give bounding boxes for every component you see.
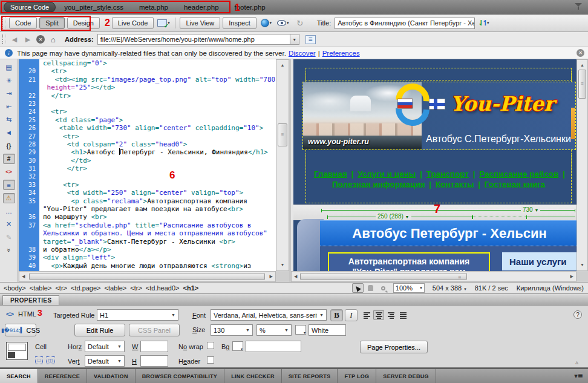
results-tab-reference[interactable]: REFERENCE: [38, 369, 87, 383]
h-input[interactable]: [140, 355, 168, 367]
scroll-left-icon[interactable]: ◀: [294, 272, 297, 281]
file-tab[interactable]: you_piter_style.css: [64, 4, 123, 11]
tag-selector-item[interactable]: <td.page>: [71, 284, 101, 292]
results-tab-link-checker[interactable]: LINK CHECKER: [224, 369, 282, 383]
expand-all-icon[interactable]: ⇆: [3, 114, 15, 125]
html-mode-button[interactable]: HTML: [18, 310, 36, 318]
header-checkbox[interactable]: [207, 356, 214, 364]
line-numbers-icon[interactable]: #: [3, 154, 15, 164]
view-options-icon[interactable]: ≣: [305, 35, 316, 44]
design-heading-bar[interactable]: Автобус Петербург - Хельсин: [320, 220, 577, 246]
design-view[interactable]: You-Piter Автобус С.Петербург-Хельсинки …: [291, 59, 577, 271]
home-icon[interactable]: ⌂: [48, 34, 59, 44]
word-wrap-icon[interactable]: ≡: [3, 180, 15, 190]
bg-color-swatch[interactable]: [232, 341, 243, 351]
results-tab-ftp-log[interactable]: FTP LOG: [338, 369, 376, 383]
scroll-up-icon[interactable]: ▲: [577, 61, 587, 70]
design-horizontal-scrollbar[interactable]: ◀ ≡ ▶: [291, 271, 577, 282]
refresh-design-view-icon[interactable]: ↻: [293, 17, 307, 29]
column-width-label[interactable]: 250 (288) ▼: [376, 213, 411, 220]
menu-link[interactable]: Контакты: [436, 180, 474, 189]
align-justify-button[interactable]: [397, 310, 408, 320]
stop-icon[interactable]: ✕: [36, 35, 45, 44]
recent-snippets-icon[interactable]: »: [4, 244, 14, 257]
targeted-rule-select[interactable]: H1▼: [97, 309, 178, 321]
properties-tab[interactable]: PROPERTIES: [2, 295, 59, 305]
code-navigator-icon[interactable]: ✳: [3, 76, 15, 86]
page-properties-button[interactable]: Page Properties...: [360, 341, 428, 353]
tag-selector-item[interactable]: <h1>: [183, 284, 199, 292]
scroll-up-icon[interactable]: ▲: [276, 61, 289, 70]
menu-link[interactable]: Главная: [314, 169, 347, 178]
collapse-full-tag-icon[interactable]: ⇥: [3, 88, 15, 99]
scroll-down-icon[interactable]: ▼: [577, 261, 587, 269]
bold-button[interactable]: B: [330, 309, 343, 321]
panel-menu-icon[interactable]: ▾≣: [574, 369, 588, 383]
filter-related-files-icon[interactable]: [573, 3, 583, 11]
view-button-split[interactable]: Split: [39, 17, 64, 29]
results-tab-site-reports[interactable]: SITE REPORTS: [282, 369, 338, 383]
code-vertical-scrollbar[interactable]: ▲ ≡ ▼: [276, 59, 289, 271]
window-size-select[interactable]: 504 x 388 ▾: [433, 284, 466, 292]
italic-button[interactable]: I: [345, 309, 358, 321]
size-unit-select[interactable]: %▼: [256, 324, 292, 336]
scroll-left-icon[interactable]: ◀: [22, 272, 25, 281]
tag-selector-item[interactable]: <body>: [4, 284, 26, 292]
css-panel-button[interactable]: CSS Panel: [129, 324, 180, 336]
code-horizontal-scrollbar[interactable]: ◀ ▶: [19, 271, 276, 282]
live-code-button[interactable]: Live Code: [112, 17, 154, 29]
merge-cells-icon[interactable]: □: [35, 356, 43, 364]
align-left-button[interactable]: [361, 310, 372, 320]
back-icon[interactable]: ◀: [9, 34, 20, 44]
check-browser-compatibility-icon[interactable]: ▾: [156, 17, 171, 29]
inspect-button[interactable]: Inspect: [223, 17, 256, 29]
select-tool-icon[interactable]: [352, 283, 364, 293]
tag-selector-item[interactable]: <tr>: [130, 284, 142, 292]
results-tab-browser-compatibility[interactable]: BROWSER COMPATIBILITY: [136, 369, 224, 383]
menu-link[interactable]: Услуги и цены: [358, 169, 416, 178]
align-right-button[interactable]: [385, 310, 396, 320]
results-tab-validation[interactable]: VALIDATION: [87, 369, 136, 383]
open-documents-icon[interactable]: ▤: [3, 62, 15, 73]
discover-link[interactable]: Discover: [289, 50, 316, 57]
font-select[interactable]: Verdana, Arial, Helvetica, sans-serif▼: [211, 309, 327, 321]
zoom-tool-icon[interactable]: [377, 283, 389, 293]
view-button-design[interactable]: Design: [67, 17, 100, 29]
menu-link[interactable]: Транспорт: [426, 169, 469, 178]
results-tab-server-debug[interactable]: SERVER DEBUG: [376, 369, 436, 383]
hand-tool-icon[interactable]: [365, 283, 376, 293]
magnification-select[interactable]: 100%▾: [393, 283, 425, 293]
highlight-invalid-code-icon[interactable]: <>: [3, 167, 15, 177]
address-dropdown-icon[interactable]: ▼: [290, 34, 299, 45]
text-color-field[interactable]: White: [309, 324, 346, 336]
apply-comment-icon[interactable]: …: [3, 206, 15, 217]
reclama-box[interactable]: Автотранспортная компания "You-Piter" пр…: [328, 252, 490, 271]
vert-select[interactable]: Default▼: [85, 355, 125, 367]
title-input[interactable]: Автобус в Финляндию (Санкт Петербург - Х…: [335, 18, 475, 29]
tag-selector-item[interactable]: <table>: [30, 284, 52, 292]
preferences-link[interactable]: Preferences: [322, 50, 360, 57]
tag-selector-item[interactable]: <table>: [105, 284, 127, 292]
menu-link[interactable]: Расписание рейсов: [479, 169, 558, 178]
design-vertical-scrollbar[interactable]: ▲ ≡ ▼: [577, 59, 588, 271]
menu-link[interactable]: Полезная информация: [332, 180, 425, 189]
forward-icon[interactable]: ▶: [22, 34, 33, 44]
size-select[interactable]: 130▼: [211, 324, 253, 336]
services-box[interactable]: Наши услуги: [502, 252, 577, 270]
help-icon[interactable]: ?: [573, 310, 582, 319]
css-mode-button[interactable]: ▮�914;▍CSS: [5, 324, 36, 336]
split-cell-icon[interactable]: ◫: [46, 356, 55, 364]
scroll-right-icon[interactable]: ▶: [270, 272, 273, 281]
source-code-button[interactable]: Source Code: [4, 2, 56, 13]
horz-select[interactable]: Default▼: [85, 341, 125, 352]
tag-selector-item[interactable]: <tr>: [55, 284, 67, 292]
wrap-tag-icon[interactable]: ✎: [3, 232, 15, 243]
view-button-code[interactable]: Code: [9, 17, 37, 29]
visual-aids-eye-icon[interactable]: ▾: [276, 17, 290, 29]
info-close-icon[interactable]: ✕: [577, 49, 584, 57]
balance-braces-icon[interactable]: {}: [3, 141, 15, 151]
select-parent-tag-icon[interactable]: ◄: [3, 128, 15, 138]
menu-link[interactable]: Гостевая книга: [485, 180, 545, 189]
file-management-icon[interactable]: ⇃↿▾: [476, 17, 491, 29]
bg-color-field[interactable]: [246, 341, 301, 352]
